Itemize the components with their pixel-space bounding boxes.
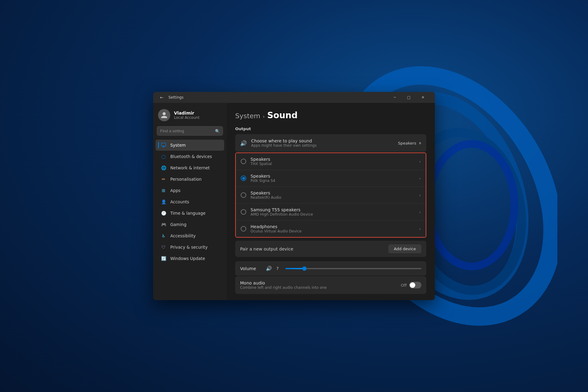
sidebar-item-bluetooth[interactable]: ◯ Bluetooth & devices xyxy=(156,151,224,162)
mono-text: Mono audio Combine left and right audio … xyxy=(240,281,327,290)
device-item-thx[interactable]: Speakers THX Spatial › xyxy=(236,153,426,170)
sidebar-item-accessibility[interactable]: ♿ Accessibility xyxy=(156,230,224,241)
radio-polk[interactable] xyxy=(241,175,246,181)
sidebar-item-privacy[interactable]: 🛡 Privacy & security xyxy=(156,242,224,253)
choose-device-text: Choose where to play sound Apps might ha… xyxy=(251,138,317,148)
add-device-button[interactable]: Add device xyxy=(388,244,421,253)
device-name-thx: Speakers xyxy=(251,157,272,162)
sidebar-item-update[interactable]: 🔄 Windows Update xyxy=(156,253,224,264)
device-list-container: Speakers THX Spatial › Speakers Polk Sig… xyxy=(235,153,426,238)
accessibility-icon: ♿ xyxy=(160,233,167,239)
toggle-thumb xyxy=(410,282,415,288)
sidebar-item-accounts[interactable]: 👤 Accounts xyxy=(156,196,224,207)
breadcrumb-system[interactable]: System xyxy=(235,112,260,120)
device-chevron-headphones-icon: › xyxy=(419,227,421,231)
sidebar-item-system[interactable]: System xyxy=(156,140,224,151)
volume-label: Volume xyxy=(240,266,262,271)
bluetooth-icon: ◯ xyxy=(160,153,167,160)
page-header: System › Sound xyxy=(235,110,426,120)
device-item-samsung[interactable]: Samsung T55 speakers AMD High Definition… xyxy=(236,204,426,221)
volume-slider[interactable] xyxy=(285,268,421,269)
sidebar-item-update-label: Windows Update xyxy=(170,256,205,261)
device-desc-thx: THX Spatial xyxy=(251,162,272,166)
titlebar-title: Settings xyxy=(168,95,183,100)
svg-point-3 xyxy=(429,144,514,266)
mono-title: Mono audio xyxy=(240,281,327,285)
device-desc-headphones: Oculus Virtual Audio Device xyxy=(251,229,302,233)
volume-value: 7 xyxy=(276,266,281,271)
device-item-left: Speakers THX Spatial xyxy=(241,157,272,166)
sidebar-item-accounts-label: Accounts xyxy=(170,199,189,204)
gaming-icon: 🎮 xyxy=(160,221,167,228)
volume-slider-fill xyxy=(285,268,304,269)
toggle-container: Off xyxy=(401,282,421,288)
device-desc-samsung: AMD High Definition Audio Device xyxy=(251,212,313,217)
device-desc-polk: Polk Signa S4 xyxy=(251,179,275,183)
radio-thx[interactable] xyxy=(241,159,246,164)
search-input[interactable] xyxy=(157,126,223,136)
speaker-icon: 🔊 xyxy=(240,140,247,146)
radio-realtek[interactable] xyxy=(241,192,246,198)
sidebar-item-system-label: System xyxy=(170,143,186,148)
device-item-realtek[interactable]: Speakers Realtek(R) Audio › xyxy=(236,187,426,204)
privacy-icon: 🛡 xyxy=(160,244,167,250)
maximize-button[interactable]: □ xyxy=(402,92,416,103)
user-info: Vladimir Local Account xyxy=(174,111,199,120)
device-item-left-polk: Speakers Polk Signa S4 xyxy=(241,174,275,183)
radio-headphones[interactable] xyxy=(241,226,246,232)
nav-menu: System ◯ Bluetooth & devices 🌐 Network &… xyxy=(153,139,227,264)
sidebar-item-gaming[interactable]: 🎮 Gaming xyxy=(156,219,224,230)
sidebar-item-time[interactable]: 🕐 Time & language xyxy=(156,208,224,219)
sidebar-item-time-label: Time & language xyxy=(170,211,205,216)
close-button[interactable]: ✕ xyxy=(416,92,430,103)
active-accent xyxy=(158,142,159,148)
main-layout: Vladimir Local Account 🔍 System xyxy=(153,103,435,300)
device-name-headphones: Headphones xyxy=(251,224,302,229)
user-profile[interactable]: Vladimir Local Account xyxy=(153,103,227,126)
choose-device-title: Choose where to play sound xyxy=(251,138,317,143)
sidebar-item-personalisation[interactable]: ✏️ Personalisation xyxy=(156,174,224,185)
device-item-left-realtek: Speakers Realtek(R) Audio xyxy=(241,190,281,200)
device-text-samsung: Samsung T55 speakers AMD High Definition… xyxy=(251,207,313,217)
pair-device-label: Pair a new output device xyxy=(240,247,293,251)
volume-slider-thumb xyxy=(302,266,307,271)
choose-device-subtitle: Apps might have their own settings xyxy=(251,143,317,148)
device-item-polk[interactable]: Speakers Polk Signa S4 › xyxy=(236,170,426,187)
choose-device-card[interactable]: 🔊 Choose where to play sound Apps might … xyxy=(235,134,426,152)
titlebar: ← Settings ─ □ ✕ xyxy=(153,92,435,103)
sidebar-item-personalisation-label: Personalisation xyxy=(170,177,202,182)
pair-row: Pair a new output device Add device xyxy=(235,241,426,257)
device-name-realtek: Speakers xyxy=(251,190,281,195)
search-container: 🔍 xyxy=(157,126,223,136)
device-item-headphones[interactable]: Headphones Oculus Virtual Audio Device › xyxy=(236,221,426,237)
sidebar-item-network[interactable]: 🌐 Network & internet xyxy=(156,162,224,173)
radio-samsung[interactable] xyxy=(241,209,246,215)
titlebar-controls: ─ □ ✕ xyxy=(388,92,430,103)
avatar xyxy=(158,109,170,121)
device-name-samsung: Samsung T55 speakers xyxy=(251,207,313,212)
accounts-icon: 👤 xyxy=(160,199,167,205)
svg-rect-5 xyxy=(162,147,165,147)
content-area: System › Sound Output 🔊 Choose where to … xyxy=(227,103,435,300)
mono-state-label: Off xyxy=(401,283,407,288)
mono-toggle[interactable] xyxy=(409,282,421,288)
settings-window: ← Settings ─ □ ✕ Vladimir Local Account xyxy=(153,92,435,300)
svg-rect-6 xyxy=(163,146,164,147)
device-chevron-polk-icon: › xyxy=(419,176,421,181)
mono-subtitle: Combine left and right audio channels in… xyxy=(240,285,327,290)
volume-slider-container xyxy=(285,268,421,269)
back-button[interactable]: ← xyxy=(158,94,165,101)
sidebar-item-apps[interactable]: ⊞ Apps xyxy=(156,185,224,196)
page-title: Sound xyxy=(267,110,297,120)
sidebar-item-accessibility-label: Accessibility xyxy=(170,233,196,238)
minimize-button[interactable]: ─ xyxy=(388,92,402,103)
device-chevron-realtek-icon: › xyxy=(419,193,421,198)
device-name-polk: Speakers xyxy=(251,174,275,179)
user-name: Vladimir xyxy=(174,111,199,115)
device-text-polk: Speakers Polk Signa S4 xyxy=(251,174,275,183)
choose-device-left: 🔊 Choose where to play sound Apps might … xyxy=(240,138,317,148)
output-section-label: Output xyxy=(235,126,426,131)
device-chevron-samsung-icon: › xyxy=(419,210,421,214)
system-icon xyxy=(160,142,167,148)
personalisation-icon: ✏️ xyxy=(160,176,167,182)
